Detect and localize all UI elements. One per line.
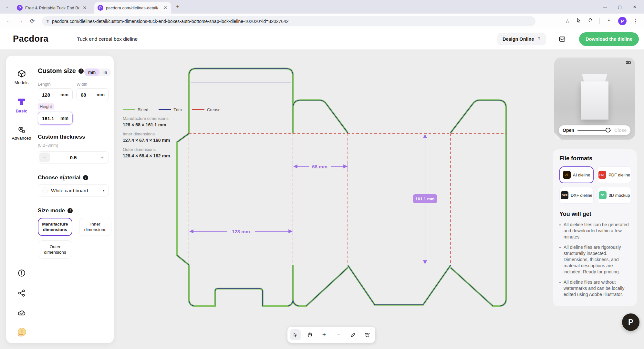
pacdora-favicon: P <box>98 5 103 11</box>
unit-in[interactable]: in <box>99 69 111 76</box>
line-legend: Bleed Trim Crease <box>123 107 221 112</box>
tab-title: pacdora.com/dielines-detail/ <box>106 5 160 10</box>
window-maximize-button[interactable]: ▢ <box>612 5 627 9</box>
box-3d-front-face <box>581 81 608 120</box>
material-heading: Choose materiali <box>38 174 88 181</box>
dimension-summary: Manufacture dimensions 128 × 68 × 161.1 … <box>123 116 170 158</box>
sidebar-item-basic[interactable]: Basic <box>6 107 37 113</box>
reload-icon[interactable]: ⟳ <box>26 18 38 25</box>
extensions-icon[interactable] <box>588 18 593 24</box>
slider-track[interactable] <box>577 130 611 131</box>
browser-menu-icon[interactable]: ⋮ <box>633 18 638 24</box>
design-online-label: Design Online <box>503 37 534 42</box>
tab-search-icon[interactable]: ⌄ <box>5 4 9 9</box>
dxf-file-icon: DXF <box>561 191 568 199</box>
material-select[interactable]: White card board ▾ <box>38 184 109 196</box>
pacdora-favicon: P <box>17 5 23 11</box>
size-mode-heading: Size modei <box>38 207 73 214</box>
page-title: Tuck end cereal box dieline <box>77 36 138 42</box>
dim-label: Outer dimensions <box>123 147 170 152</box>
info-icon[interactable]: i <box>78 69 84 74</box>
height-annotation-badge: 161.1 mm <box>415 196 434 201</box>
zoom-in-icon[interactable]: + <box>319 329 329 340</box>
bleed-swatch <box>123 109 135 110</box>
design-online-button[interactable]: Design Online <box>497 33 546 45</box>
slider-knob[interactable] <box>606 128 610 132</box>
chevron-down-icon: ▾ <box>103 188 105 193</box>
unit-mm[interactable]: mm <box>84 69 99 76</box>
pointer-mode-icon[interactable] <box>576 18 581 24</box>
mode-inner-button[interactable]: Inner dimensions <box>79 218 111 236</box>
chat-fab[interactable]: P <box>622 313 639 331</box>
box-3d-top-face <box>582 74 607 81</box>
browser-tab-2-active[interactable]: P pacdora.com/dielines-detail/ ✕ <box>94 2 171 14</box>
ai-file-icon: Ai <box>563 171 571 179</box>
issue-report-icon[interactable] <box>6 269 37 279</box>
external-link-icon <box>536 37 541 41</box>
url-input[interactable]: ⩩ pacdora.com/dielines-detail/custom-dim… <box>42 16 535 26</box>
format-dxf-button[interactable]: DXF DXF dieline <box>559 187 594 204</box>
dieline-view-icon[interactable] <box>362 329 373 340</box>
tab-close-icon[interactable]: ✕ <box>163 5 168 10</box>
downloads-icon[interactable] <box>606 18 612 25</box>
height-input[interactable]: 161.1 mm <box>38 112 73 125</box>
info-icon[interactable]: i <box>83 175 88 180</box>
info-icon[interactable]: i <box>68 208 73 213</box>
zoom-out-icon[interactable]: − <box>333 329 344 340</box>
legend-label: Trim <box>173 107 182 112</box>
cloud-check-icon[interactable] <box>6 309 37 319</box>
rotate-3d-icon[interactable]: 3D <box>626 60 631 65</box>
unit-toggle[interactable]: mm in <box>84 69 111 76</box>
sidebar-item-models[interactable]: Models <box>6 79 37 85</box>
thickness-stepper: − 0.5 + <box>38 151 109 164</box>
length-annotation: 128 mm <box>232 229 250 234</box>
thickness-minus-button[interactable]: − <box>39 153 50 162</box>
width-label: Width <box>77 82 87 87</box>
new-tab-button[interactable]: + <box>176 3 180 10</box>
you-will-get-heading: You will get <box>559 211 630 217</box>
tab-title: Free & Printable Tuck End Bo <box>25 5 79 10</box>
print-box-icon[interactable] <box>558 35 566 44</box>
forward-icon[interactable]: → <box>15 18 26 24</box>
sidebar-item-advanced[interactable]: Advanced <box>6 134 37 141</box>
crease-swatch <box>192 109 204 110</box>
legend-label: Crease <box>207 107 221 112</box>
custom-size-heading: Custom sizei <box>38 67 84 75</box>
format-ai-button[interactable]: Ai AI dieline <box>559 166 594 183</box>
browser-urlbar: ← → ⟳ ⩩ pacdora.com/dielines-detail/cust… <box>0 14 644 28</box>
download-dieline-button[interactable]: Download the dieline <box>579 32 639 46</box>
pan-hand-icon[interactable] <box>305 329 315 340</box>
width-input[interactable]: 68 mm <box>77 88 109 101</box>
window-close-button[interactable]: ✕ <box>627 5 642 9</box>
3d-preview[interactable]: 3D Open Close <box>554 58 635 140</box>
trim-swatch <box>159 109 171 110</box>
browser-tab-1[interactable]: P Free & Printable Tuck End Bo ✕ <box>14 2 90 14</box>
format-3d-button[interactable]: 3D 3D mockup <box>597 187 631 204</box>
basic-tool-icon <box>6 97 37 108</box>
pdf-file-icon: PDF <box>598 171 606 179</box>
thickness-value[interactable]: 0.5 <box>50 155 97 160</box>
tab-close-icon[interactable]: ✕ <box>82 5 87 10</box>
mode-manufacture-button[interactable]: Manufacture dimensions <box>38 218 72 236</box>
tips-pro-icon[interactable]: PRO <box>6 327 37 339</box>
share-icon[interactable] <box>6 289 37 299</box>
format-pdf-button[interactable]: PDF PDF dieline <box>597 166 631 183</box>
length-input[interactable]: 128 mm <box>38 88 73 101</box>
pacdora-logo[interactable]: Pacdora <box>13 34 48 44</box>
dim-value: 127.4 × 67.4 × 160 mm <box>123 138 170 143</box>
select-tool-icon[interactable] <box>290 329 301 340</box>
profile-avatar[interactable]: P <box>618 17 627 25</box>
bookmark-star-icon[interactable]: ☆ <box>565 18 570 24</box>
crease-lines <box>189 133 506 265</box>
window-minimize-button[interactable]: — <box>597 5 612 9</box>
open-close-slider: Open Close <box>559 125 630 135</box>
back-icon[interactable]: ← <box>3 18 15 24</box>
site-settings-icon[interactable]: ⩩ <box>47 19 49 24</box>
browser-tabstrip: ⌄ P Free & Printable Tuck End Bo ✕ P pac… <box>0 0 644 14</box>
length-label: Length <box>38 82 51 87</box>
dieline-workspace[interactable]: 68 mm 128 mm 161.1 mm Bleed Trim Crease … <box>0 50 644 349</box>
mode-outer-button[interactable]: Outer dimensions <box>38 240 72 259</box>
annotate-pen-icon[interactable] <box>348 329 358 340</box>
app-header: Pacdora Tuck end cereal box dieline Desi… <box>0 28 644 50</box>
thickness-plus-button[interactable]: + <box>97 153 107 162</box>
